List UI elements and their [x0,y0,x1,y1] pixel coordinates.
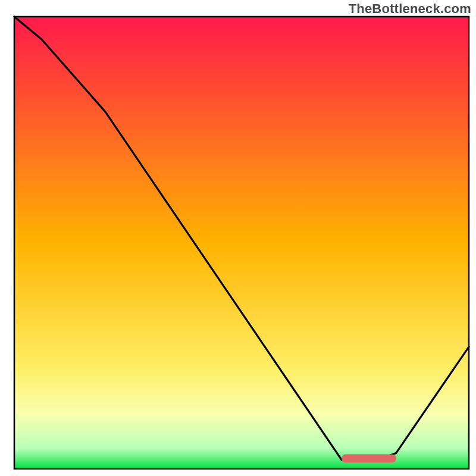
chart-container: TheBottleneck.com [0,0,476,476]
bottleneck-chart [0,0,476,476]
optimal-range-marker [342,455,396,463]
plot-area [14,17,469,469]
watermark-text: TheBottleneck.com [349,1,471,17]
